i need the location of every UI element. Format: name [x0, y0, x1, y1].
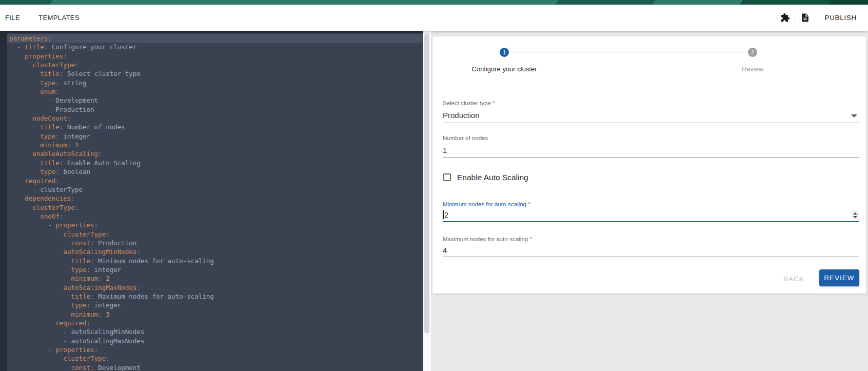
code-line: type: integer — [9, 301, 423, 309]
back-button[interactable]: BACK — [779, 273, 808, 285]
code-line: parameters: — [7, 34, 423, 43]
app-window: FILE TEMPLATES PUBLISH parameters: - tit… — [0, 0, 868, 371]
code-line: const: Production — [9, 239, 423, 247]
code-line: clusterType: — [9, 354, 423, 363]
node-count-label: Number of nodes — [443, 135, 488, 141]
code-line: - Development — [9, 96, 423, 105]
code-line: type: string — [9, 79, 423, 87]
code-line: type: boolean — [9, 167, 423, 176]
editor-scrollbar[interactable] — [423, 31, 431, 371]
enable-auto-scaling-checkbox[interactable] — [443, 173, 451, 181]
scrollbar-thumb[interactable] — [424, 33, 429, 334]
code-line: - properties: — [9, 345, 423, 354]
publish-button[interactable]: PUBLISH — [815, 10, 858, 26]
number-spinner[interactable] — [851, 210, 859, 220]
code-line: - properties: — [9, 221, 423, 229]
enable-auto-scaling-label[interactable]: Enable Auto Scaling — [457, 173, 528, 182]
code-line: type: integer — [9, 132, 423, 141]
wizard-card: 1 2 Configure your cluster Review Select… — [432, 36, 866, 294]
step-1-circle: 1 — [500, 48, 509, 57]
code-line: clusterType: — [9, 203, 423, 212]
code-line: - Production — [9, 105, 423, 114]
node-count-input[interactable]: 1 — [443, 146, 447, 154]
code-line: minimum: 1 — [9, 141, 423, 149]
code-line: oneOf: — [9, 212, 423, 221]
yaml-editor[interactable]: parameters: - title: Configure your clus… — [0, 31, 423, 371]
code-line: const: Development — [9, 363, 423, 371]
file-menu-button[interactable]: FILE — [2, 10, 23, 26]
code-line: - autoScalingMaxNodes — [9, 337, 423, 345]
cluster-type-underline — [443, 123, 859, 123]
code-line: dependencies: — [9, 194, 423, 203]
text-caret — [443, 210, 444, 219]
max-nodes-label: Maximum nodes for auto-scaling * — [443, 236, 532, 242]
extension-icon[interactable] — [775, 8, 795, 28]
code-line: title: Select cluster type — [9, 69, 423, 78]
code-line: properties: — [9, 52, 423, 61]
code-line: - autoScalingMinNodes — [9, 327, 423, 336]
spinner-up-icon[interactable] — [853, 212, 857, 214]
code-line: clusterType: — [9, 230, 423, 239]
code-line: - clusterType — [9, 185, 423, 194]
toolbar-actions: PUBLISH — [775, 5, 858, 31]
step-2-label: Review — [701, 65, 804, 73]
review-button[interactable]: REVIEW — [819, 269, 859, 286]
code-line: title: Minimum nodes for auto-scaling — [9, 257, 423, 265]
step-1-label: Configure your cluster — [453, 65, 556, 73]
min-nodes-underline — [443, 221, 859, 222]
code-line: minimum: 3 — [9, 310, 423, 319]
code-line: clusterType: — [9, 61, 423, 69]
header-pattern-wedge — [554, 0, 657, 5]
templates-menu-button[interactable]: TEMPLATES — [35, 10, 83, 26]
code-lines: parameters: - title: Configure your clus… — [7, 33, 423, 371]
code-line: autoScalingMinNodes: — [9, 247, 423, 256]
min-nodes-label: Minimum nodes for auto-scaling * — [443, 201, 530, 207]
step-2-circle: 2 — [748, 48, 757, 57]
code-line: required: — [9, 319, 423, 327]
toolbar: FILE TEMPLATES PUBLISH — [0, 5, 868, 31]
header-pattern-wedge — [828, 0, 868, 5]
node-count-underline — [443, 157, 859, 158]
max-nodes-input[interactable]: 4 — [443, 246, 447, 255]
editor-gutter — [0, 33, 7, 371]
code-line: minimum: 2 — [9, 274, 423, 283]
code-line: enum: — [9, 87, 423, 96]
max-nodes-underline — [443, 257, 859, 257]
code-line: - title: Configure your cluster — [9, 43, 423, 51]
code-line: title: Maximum nodes for auto-scaling — [9, 292, 423, 301]
cluster-type-label: Select cluster type * — [443, 100, 495, 106]
min-nodes-input[interactable]: 2 — [444, 210, 448, 219]
header-accent-bar — [0, 0, 868, 5]
document-icon[interactable] — [795, 8, 815, 28]
spinner-down-icon[interactable] — [853, 216, 857, 218]
code-line: autoScalingMaxNodes: — [9, 283, 423, 292]
code-line: nodeCount: — [9, 114, 423, 123]
code-line: title: Number of nodes — [9, 123, 423, 131]
cluster-type-select[interactable]: Production — [443, 111, 480, 120]
stepper-connector — [511, 52, 745, 52]
code-line: enableAutoScaling: — [9, 149, 423, 158]
code-line: type: integer — [9, 265, 423, 274]
header-pattern-wedge — [0, 0, 53, 5]
code-line: title: Enable Auto Scaling — [9, 159, 423, 167]
code-line: required: — [9, 177, 423, 185]
dropdown-arrow-icon[interactable] — [851, 114, 857, 118]
